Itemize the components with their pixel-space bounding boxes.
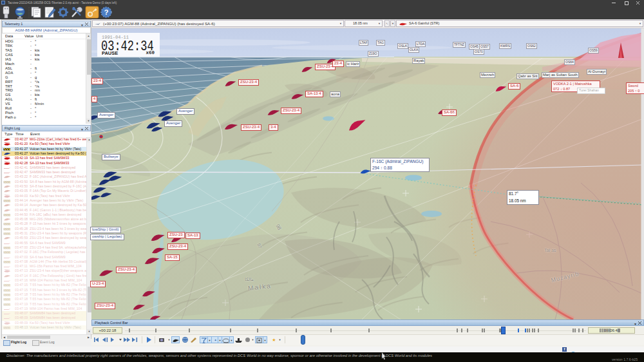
svg-text:?: ? — [104, 8, 109, 16]
